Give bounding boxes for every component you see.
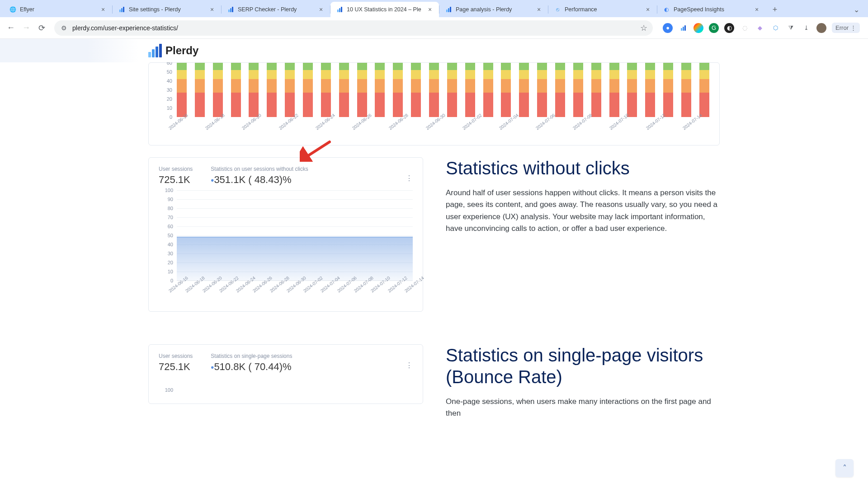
- browser-tab[interactable]: ◐PageSpeed Insights×: [657, 2, 766, 17]
- y-axis: 0102030405060: [159, 63, 174, 117]
- metric-label: Statistics on single-page sessions: [211, 353, 292, 359]
- browser-chrome: 🌐Eflyer×Site settings - Plerdy×SERP Chec…: [0, 0, 868, 39]
- site-header: Plerdy: [0, 39, 868, 62]
- url-text[interactable]: plerdy.com/user-experience-statistics/: [72, 24, 636, 32]
- metric-value: •510.8K ( 70.44)%: [211, 361, 292, 373]
- metric-label: User sessions: [159, 353, 193, 359]
- error-button[interactable]: Error ⋮: [832, 23, 860, 33]
- stacked-bar: [501, 63, 511, 117]
- tab-favicon: ◐: [663, 6, 670, 13]
- stacked-bar: [573, 63, 583, 117]
- stacked-bar: [411, 63, 421, 117]
- extension-icon[interactable]: ◐: [724, 23, 734, 33]
- reload-button[interactable]: ⟳: [35, 22, 48, 34]
- toolbar: ← → ⟳ ⚙ plerdy.com/user-experience-stati…: [0, 17, 868, 39]
- stacked-bar: [663, 63, 673, 117]
- tabs-dropdown-icon[interactable]: ⌄: [850, 3, 863, 16]
- stacked-bar: [357, 63, 367, 117]
- stacked-bar: [645, 63, 655, 117]
- browser-tab[interactable]: 🌐Eflyer×: [4, 2, 112, 17]
- x-axis: 2024-06-162024-06-182024-06-202024-06-22…: [177, 119, 709, 137]
- stacked-bar: [537, 63, 547, 117]
- browser-tab[interactable]: SERP Checker - Plerdy×: [222, 2, 330, 17]
- stacked-bar: [213, 63, 223, 117]
- bounce-rate-chart-card: User sessions 725.1K Statistics on singl…: [148, 344, 423, 404]
- extension-icon[interactable]: [693, 23, 703, 33]
- section-paragraph: Around half of user sessions happen with…: [446, 187, 720, 235]
- tab-close-icon[interactable]: ×: [208, 6, 216, 13]
- extension-icon[interactable]: ◆: [755, 23, 765, 33]
- tab-favicon: [445, 6, 452, 13]
- tab-favicon: 🌐: [9, 6, 16, 13]
- scroll-to-top-button[interactable]: ˄: [835, 459, 854, 477]
- extension-icon[interactable]: ⬡: [770, 23, 780, 33]
- line-chart: 100: [159, 377, 413, 395]
- extensions-puzzle-icon[interactable]: ⧩: [786, 23, 796, 33]
- metric-value: 725.1K: [159, 174, 193, 186]
- plerdy-logo[interactable]: Plerdy: [148, 44, 198, 57]
- bookmark-star-icon[interactable]: ☆: [640, 23, 647, 33]
- stacked-bar: [609, 63, 619, 117]
- stacked-bar: [393, 63, 403, 117]
- tab-close-icon[interactable]: ×: [644, 6, 651, 13]
- browser-tab[interactable]: 10 UX Statistics in 2024 – Ple×: [330, 2, 439, 17]
- stacked-bar: [465, 63, 475, 117]
- metric-value: •351.1K ( 48.43)%: [211, 174, 308, 186]
- stacked-bar: [447, 63, 457, 117]
- new-tab-button[interactable]: +: [769, 3, 781, 16]
- stacked-bar: [195, 63, 205, 117]
- omnibox[interactable]: ⚙ plerdy.com/user-experience-statistics/…: [54, 20, 653, 36]
- extension-icon[interactable]: G: [709, 23, 719, 33]
- extension-icons: ● G ◐ ◌ ◆ ⬡ ⧩ ⤓ Error ⋮: [659, 23, 863, 33]
- back-button[interactable]: ←: [5, 22, 17, 34]
- tab-favicon: ⎋: [554, 6, 561, 13]
- stacked-bar: [339, 63, 349, 117]
- tab-close-icon[interactable]: ×: [753, 6, 760, 13]
- stacked-bar: [285, 63, 295, 117]
- tab-title: Page analysis - Plerdy: [456, 6, 532, 13]
- browser-tab[interactable]: Site settings - Plerdy×: [113, 2, 221, 17]
- tab-title: 10 UX Statistics in 2024 – Ple: [347, 6, 423, 13]
- browser-tab[interactable]: ⎋Performance×: [548, 2, 657, 17]
- tab-close-icon[interactable]: ×: [535, 6, 542, 13]
- metric-label: Statistics on user sessions without clic…: [211, 166, 308, 172]
- stacked-bar: [555, 63, 565, 117]
- stacked-bar: [681, 63, 691, 117]
- stacked-bar: [249, 63, 259, 117]
- card-menu-dots-icon[interactable]: ⋮: [406, 361, 413, 370]
- tab-title: Site settings - Plerdy: [129, 6, 205, 13]
- tab-favicon: [336, 6, 343, 13]
- stacked-bar: [177, 63, 187, 117]
- top-stacked-bar-card: 0102030405060 2024-06-162024-06-182024-0…: [148, 62, 720, 145]
- tab-favicon: [227, 6, 234, 13]
- tab-title: PageSpeed Insights: [674, 6, 750, 13]
- browser-tab[interactable]: Page analysis - Plerdy×: [439, 2, 548, 17]
- profile-avatar[interactable]: [816, 23, 826, 33]
- stacked-bars: [177, 56, 709, 117]
- downloads-icon[interactable]: ⤓: [801, 23, 811, 33]
- extension-icon[interactable]: ●: [663, 23, 673, 33]
- stacked-bar: [267, 63, 277, 117]
- stacked-bar: [699, 63, 709, 117]
- tab-close-icon[interactable]: ×: [99, 6, 107, 13]
- card-menu-dots-icon[interactable]: ⋮: [406, 174, 413, 183]
- metric-label: User sessions: [159, 166, 193, 172]
- stacked-bar: [591, 63, 601, 117]
- tab-title: Eflyer: [20, 6, 96, 13]
- tab-close-icon[interactable]: ×: [426, 6, 434, 13]
- extension-icon[interactable]: ◌: [740, 23, 750, 33]
- stacked-bar: [375, 63, 385, 117]
- site-settings-icon[interactable]: ⚙: [60, 24, 68, 32]
- forward-button[interactable]: →: [20, 22, 33, 34]
- stacked-bar: [519, 63, 529, 117]
- section-heading: Statistics on single-page visitors (Boun…: [446, 344, 720, 388]
- section-heading: Statistics without clicks: [446, 157, 720, 179]
- page-body: Plerdy 0102030405060 2024-06-162024-06-1…: [0, 39, 868, 488]
- tab-title: SERP Checker - Plerdy: [238, 6, 314, 13]
- stacked-bar: [627, 63, 637, 117]
- stacked-bar: [303, 63, 313, 117]
- extension-icon[interactable]: [678, 23, 688, 33]
- stacked-bar: [231, 63, 241, 117]
- metric-value: 725.1K: [159, 361, 193, 373]
- tab-close-icon[interactable]: ×: [317, 6, 325, 13]
